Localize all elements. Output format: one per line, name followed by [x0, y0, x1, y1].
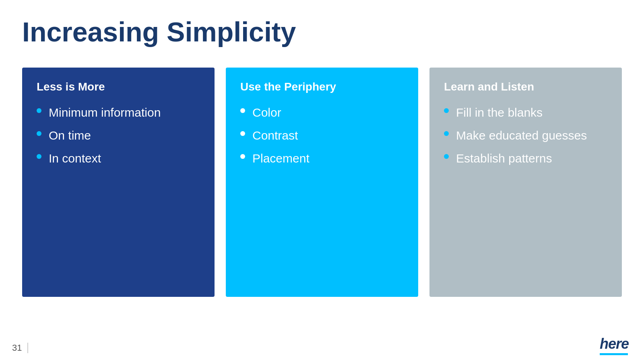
- list-item: Make educated guesses: [444, 128, 607, 143]
- list-item: Placement: [240, 150, 404, 166]
- card-less-is-more: Less is More Minimum information On time…: [22, 68, 215, 297]
- list-item: On time: [37, 128, 200, 143]
- card-title-use-the-periphery: Use the Periphery: [240, 80, 404, 93]
- card-list-use-the-periphery: Color Contrast Placement: [240, 105, 404, 166]
- slide-number: 31: [12, 343, 28, 353]
- logo-text: here: [600, 335, 628, 352]
- bullet-icon: [37, 131, 41, 136]
- card-use-the-periphery: Use the Periphery Color Contrast Placeme…: [226, 68, 418, 297]
- list-item: Establish patterns: [444, 150, 607, 166]
- here-logo: here: [600, 335, 628, 356]
- bullet-icon: [240, 154, 245, 159]
- card-list-less-is-more: Minimum information On time In context: [37, 105, 200, 166]
- page-title: Increasing Simplicity: [22, 16, 622, 47]
- list-item: In context: [37, 150, 200, 166]
- cards-container: Less is More Minimum information On time…: [22, 68, 622, 297]
- card-list-learn-and-listen: Fill in the blanks Make educated guesses…: [444, 105, 607, 166]
- list-item: Fill in the blanks: [444, 105, 607, 120]
- bullet-icon: [37, 154, 41, 159]
- logo-underline: [600, 353, 628, 355]
- card-title-learn-and-listen: Learn and Listen: [444, 80, 607, 93]
- bullet-icon: [444, 154, 449, 159]
- bullet-icon: [444, 108, 449, 113]
- slide: Increasing Simplicity Less is More Minim…: [0, 0, 644, 362]
- bullet-icon: [37, 108, 41, 113]
- bullet-icon: [240, 108, 245, 113]
- bullet-icon: [240, 131, 245, 136]
- list-item: Color: [240, 105, 404, 120]
- list-item: Minimum information: [37, 105, 200, 120]
- bullet-icon: [444, 131, 449, 136]
- card-learn-and-listen: Learn and Listen Fill in the blanks Make…: [429, 68, 622, 297]
- list-item: Contrast: [240, 128, 404, 143]
- card-title-less-is-more: Less is More: [37, 80, 200, 93]
